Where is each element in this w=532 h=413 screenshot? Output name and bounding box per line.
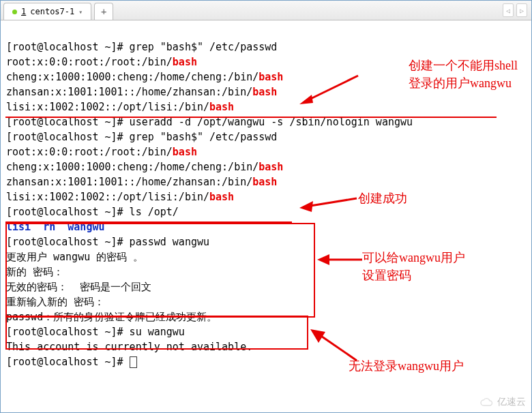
cursor-icon bbox=[130, 356, 137, 368]
underline-1 bbox=[5, 117, 497, 118]
svg-marker-1 bbox=[299, 201, 313, 212]
line-2a: root:x:0:0:root:/root:/bin/ bbox=[6, 56, 173, 68]
line-4b: bash bbox=[252, 86, 277, 98]
line-7: [root@localhost ~]# grep "bash$" /etc/pa… bbox=[6, 131, 277, 143]
add-tab-button[interactable]: + bbox=[94, 3, 113, 20]
cloud-icon bbox=[479, 397, 494, 407]
line-1: [root@localhost ~]# grep "bash$" /etc/pa… bbox=[6, 41, 277, 53]
svg-marker-0 bbox=[299, 95, 313, 104]
line-8b: bash bbox=[173, 146, 197, 158]
annotation-2: 创建成功 bbox=[358, 190, 407, 206]
line-9a: cheng:x:1000:1000:cheng:/home/cheng:/bin… bbox=[6, 161, 258, 173]
annotation-3: 可以给wangwu用户 设置密码 bbox=[362, 249, 465, 284]
line-2b: bash bbox=[173, 56, 197, 68]
tab-scroll-right-button[interactable]: ▷ bbox=[516, 3, 527, 17]
line-10b: bash bbox=[252, 176, 277, 188]
annotation-1: 创建一个不能用shell 登录的用户wangwu bbox=[409, 57, 518, 92]
tab-index: 1 bbox=[21, 7, 26, 16]
line-8a: root:x:0:0:root:/root:/bin/ bbox=[6, 146, 173, 158]
arrow-3-icon bbox=[316, 254, 364, 266]
watermark: 亿速云 bbox=[479, 396, 526, 408]
annotation-4: 无法登录wangwu用户 bbox=[349, 358, 464, 374]
box-su bbox=[5, 316, 308, 350]
svg-marker-3 bbox=[310, 329, 325, 343]
arrow-4-icon bbox=[308, 328, 362, 365]
line-5b: bash bbox=[209, 101, 234, 113]
line-3b: bash bbox=[258, 71, 283, 83]
line-10a: zhansan:x:1001:1001::/home/zhansan:/bin/ bbox=[6, 176, 252, 188]
tab-dropdown-icon[interactable]: ▾ bbox=[78, 8, 83, 16]
arrow-2-icon bbox=[297, 196, 358, 213]
status-dot-icon bbox=[12, 10, 17, 14]
tab-bar: 1 centos7-1 ▾ + ◁ ▷ bbox=[1, 1, 531, 20]
tab-title: centos7-1 bbox=[30, 7, 74, 16]
line-12: [root@localhost ~]# ls /opt/ bbox=[6, 206, 179, 218]
line-3a: cheng:x:1000:1000:cheng:/home/cheng:/bin… bbox=[6, 71, 258, 83]
line-9b: bash bbox=[258, 161, 283, 173]
line-4a: zhansan:x:1001:1001::/home/zhansan:/bin/ bbox=[6, 86, 252, 98]
line-22: [root@localhost ~]# bbox=[6, 356, 130, 368]
svg-marker-2 bbox=[317, 254, 329, 265]
line-11b: bash bbox=[209, 191, 234, 203]
line-11a: lisi:x:1002:1002::/opt/lisi:/bin/ bbox=[6, 191, 209, 203]
tab-scroll-left-button[interactable]: ◁ bbox=[503, 3, 514, 17]
arrow-1-icon bbox=[298, 73, 359, 107]
tab-centos7[interactable]: 1 centos7-1 ▾ bbox=[3, 3, 91, 20]
line-5a: lisi:x:1002:1002::/opt/lisi:/bin/ bbox=[6, 101, 209, 113]
box-passwd bbox=[5, 223, 315, 318]
